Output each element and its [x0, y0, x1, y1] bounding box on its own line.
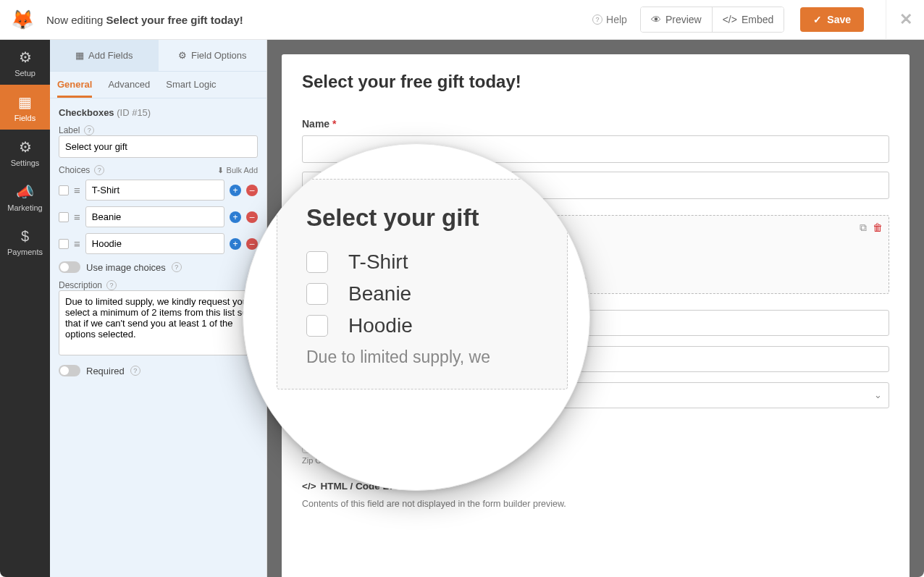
- sliders-icon: ⚙: [178, 50, 187, 61]
- image-choices-row: Use image choices ?: [59, 261, 258, 273]
- nav-fields-label: Fields: [14, 114, 35, 122]
- dollar-icon: $: [0, 228, 50, 245]
- megaphone-icon: 📣: [0, 183, 50, 201]
- options-panel: ▦ Add Fields ⚙ Field Options General Adv…: [50, 40, 267, 577]
- description-heading: Description ?: [59, 280, 258, 290]
- choice-default-checkbox[interactable]: [59, 239, 69, 249]
- nav-settings-label: Settings: [11, 159, 40, 167]
- required-label: Required: [86, 366, 125, 376]
- magnified-title: Select your gift: [306, 204, 538, 232]
- add-choice-button[interactable]: +: [230, 185, 241, 196]
- help-link[interactable]: ? Help: [592, 14, 627, 25]
- nav-payments-label: Payments: [7, 248, 43, 256]
- tab-field-options-label: Field Options: [191, 50, 247, 61]
- nav-fields[interactable]: ▦ Fields: [0, 85, 50, 130]
- choices-text: Choices: [59, 165, 90, 175]
- nav-settings[interactable]: ⚙ Settings: [0, 130, 50, 174]
- add-choice-button[interactable]: +: [230, 211, 241, 223]
- help-icon[interactable]: ?: [130, 366, 140, 376]
- label-text: Label: [59, 125, 80, 135]
- gear-icon: ⚙: [0, 49, 50, 66]
- field-actions: ⧉ 🗑: [860, 222, 883, 234]
- help-icon: ?: [592, 14, 602, 25]
- help-icon[interactable]: ?: [94, 165, 104, 175]
- remove-choice-button[interactable]: –: [246, 185, 258, 196]
- duplicate-icon[interactable]: ⧉: [860, 222, 867, 234]
- top-bar: 🦊 Now editing Select your free gift toda…: [0, 0, 924, 40]
- magnified-option-label: Beanie: [348, 282, 411, 306]
- code-block-note: Contents of this field are not displayed…: [302, 499, 889, 509]
- required-row: Required ?: [59, 365, 258, 376]
- check-icon: ✓: [813, 14, 822, 25]
- label-input[interactable]: [59, 135, 258, 158]
- drag-handle-icon[interactable]: ≡: [74, 211, 80, 223]
- embed-label: Embed: [742, 14, 773, 25]
- description-textarea[interactable]: Due to limited supply, we kindly request…: [59, 290, 258, 355]
- nav-setup-label: Setup: [14, 69, 35, 77]
- checkbox-icon[interactable]: [306, 283, 328, 305]
- magnified-field: Select your gift T-Shirt Beanie Hoodie D…: [277, 179, 568, 389]
- now-editing-prefix: Now editing: [46, 14, 106, 26]
- close-button[interactable]: ✕: [886, 0, 912, 40]
- tab-add-fields-label: Add Fields: [88, 50, 133, 61]
- magnified-option-label: Hoodie: [348, 314, 413, 337]
- required-toggle[interactable]: [59, 365, 80, 376]
- help-label: Help: [606, 14, 627, 25]
- choice-row: ≡ + –: [59, 180, 258, 201]
- image-choices-toggle[interactable]: [59, 261, 80, 273]
- subtab-general[interactable]: General: [57, 72, 92, 98]
- save-button[interactable]: ✓ Save: [800, 7, 864, 32]
- panel-body: Checkboxes (ID #15) Label ? Choices ? ⬇: [50, 98, 266, 385]
- now-editing: Now editing Select your free gift today!: [46, 14, 243, 26]
- now-editing-title: Select your free gift today!: [106, 14, 243, 26]
- choice-input[interactable]: [85, 233, 224, 254]
- choice-row: ≡ + –: [59, 206, 258, 227]
- help-icon[interactable]: ?: [84, 125, 94, 135]
- tab-field-options[interactable]: ⚙ Field Options: [159, 40, 267, 72]
- magnified-option: Beanie: [306, 282, 538, 306]
- help-icon[interactable]: ?: [172, 262, 182, 272]
- delete-icon[interactable]: 🗑: [873, 222, 883, 234]
- magnified-description: Due to limited supply, we: [306, 348, 538, 367]
- field-type-name: Checkboxes: [59, 107, 114, 118]
- preview-label: Preview: [665, 14, 702, 25]
- choice-default-checkbox[interactable]: [59, 212, 69, 222]
- nav-setup[interactable]: ⚙ Setup: [0, 40, 50, 85]
- preview-button[interactable]: 👁 Preview: [641, 7, 712, 32]
- side-nav: ⚙ Setup ▦ Fields ⚙ Settings 📣 Marketing …: [0, 40, 50, 577]
- label-heading: Label ?: [59, 125, 258, 135]
- drag-handle-icon[interactable]: ≡: [74, 184, 80, 196]
- name-label-text: Name: [302, 118, 329, 130]
- magnified-option: Hoodie: [306, 314, 538, 337]
- grid-icon: ▦: [75, 50, 84, 61]
- add-choice-button[interactable]: +: [230, 238, 241, 250]
- save-label: Save: [827, 14, 851, 25]
- magnified-option-label: T-Shirt: [348, 250, 408, 274]
- bulk-add-label: Bulk Add: [227, 166, 258, 174]
- nav-payments[interactable]: $ Payments: [0, 219, 50, 264]
- name-label: Name *: [302, 118, 889, 130]
- choice-input[interactable]: [85, 180, 224, 201]
- remove-choice-button[interactable]: –: [246, 211, 258, 223]
- drag-handle-icon[interactable]: ≡: [74, 237, 80, 250]
- magnifier-overlay: Select your gift T-Shirt Beanie Hoodie D…: [243, 143, 590, 491]
- embed-button[interactable]: </> Embed: [712, 7, 784, 32]
- checkbox-icon[interactable]: [306, 251, 328, 273]
- subtab-smart-logic[interactable]: Smart Logic: [166, 72, 216, 98]
- image-choices-label: Use image choices: [86, 262, 166, 273]
- panel-tabs: ▦ Add Fields ⚙ Field Options: [50, 40, 266, 72]
- tab-add-fields[interactable]: ▦ Add Fields: [50, 40, 159, 72]
- bulk-add-link[interactable]: ⬇ Bulk Add: [217, 166, 258, 175]
- field-type-header: Checkboxes (ID #15): [59, 107, 258, 118]
- eye-icon: 👁: [651, 14, 661, 25]
- subtab-advanced[interactable]: Advanced: [108, 72, 150, 98]
- choice-input[interactable]: [85, 206, 224, 227]
- download-icon: ⬇: [217, 166, 224, 175]
- form-title: Select your free gift today!: [302, 72, 889, 92]
- help-icon[interactable]: ?: [106, 280, 117, 290]
- choice-default-checkbox[interactable]: [59, 185, 69, 195]
- nav-marketing[interactable]: 📣 Marketing: [0, 174, 50, 219]
- magnified-option: T-Shirt: [306, 250, 538, 274]
- checkbox-icon[interactable]: [306, 315, 328, 337]
- sliders-icon: ⚙: [0, 138, 50, 156]
